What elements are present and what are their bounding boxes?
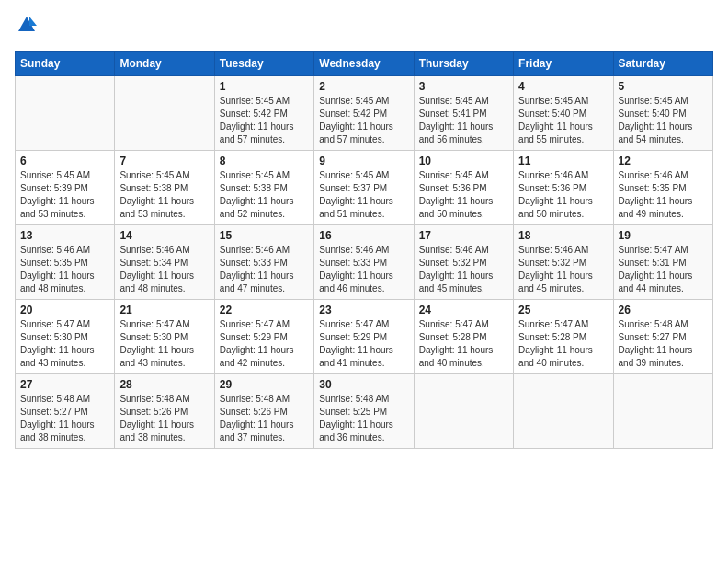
calendar-cell: 24Sunrise: 5:47 AM Sunset: 5:28 PM Dayli… [414,300,513,374]
day-detail: Sunrise: 5:48 AM Sunset: 5:26 PM Dayligh… [119,393,209,444]
day-of-week-header: Thursday [414,52,513,76]
day-number: 10 [419,155,508,167]
calendar-cell: 9Sunrise: 5:45 AM Sunset: 5:37 PM Daylig… [314,151,414,225]
calendar-cell: 4Sunrise: 5:45 AM Sunset: 5:40 PM Daylig… [514,76,613,151]
calendar-cell: 14Sunrise: 5:46 AM Sunset: 5:34 PM Dayli… [115,225,214,300]
day-detail: Sunrise: 5:47 AM Sunset: 5:30 PM Dayligh… [119,318,209,370]
day-number: 23 [319,304,408,316]
calendar-week-row: 6Sunrise: 5:45 AM Sunset: 5:39 PM Daylig… [16,151,713,225]
calendar-cell: 19Sunrise: 5:47 AM Sunset: 5:31 PM Dayli… [613,225,712,300]
calendar-cell [115,76,214,151]
day-detail: Sunrise: 5:48 AM Sunset: 5:26 PM Dayligh… [220,393,309,444]
day-number: 13 [20,229,109,242]
day-number: 18 [518,229,608,242]
calendar-cell: 30Sunrise: 5:48 AM Sunset: 5:25 PM Dayli… [314,374,414,449]
calendar-cell [16,76,115,151]
day-detail: Sunrise: 5:45 AM Sunset: 5:42 PM Dayligh… [220,95,309,146]
day-number: 22 [220,304,309,316]
day-detail: Sunrise: 5:46 AM Sunset: 5:33 PM Dayligh… [319,244,408,295]
day-number: 17 [419,229,508,242]
logo [15,15,37,40]
day-number: 1 [220,80,309,93]
calendar-table: SundayMondayTuesdayWednesdayThursdayFrid… [15,51,713,449]
day-of-week-header: Friday [514,52,613,76]
calendar-cell: 16Sunrise: 5:46 AM Sunset: 5:33 PM Dayli… [314,225,414,300]
calendar-cell [613,374,712,449]
day-number: 28 [119,378,209,391]
day-number: 30 [319,378,408,391]
day-of-week-header: Monday [115,52,214,76]
day-detail: Sunrise: 5:47 AM Sunset: 5:28 PM Dayligh… [419,318,508,370]
day-number: 24 [419,304,508,316]
day-detail: Sunrise: 5:47 AM Sunset: 5:29 PM Dayligh… [319,318,408,370]
svg-marker-1 [29,17,37,26]
day-detail: Sunrise: 5:47 AM Sunset: 5:31 PM Dayligh… [619,244,708,295]
day-number: 26 [619,304,708,316]
day-detail: Sunrise: 5:48 AM Sunset: 5:27 PM Dayligh… [20,393,109,444]
day-of-week-header: Sunday [16,52,115,76]
day-detail: Sunrise: 5:46 AM Sunset: 5:34 PM Dayligh… [119,244,209,295]
calendar-week-row: 13Sunrise: 5:46 AM Sunset: 5:35 PM Dayli… [16,225,713,300]
day-number: 12 [619,155,708,167]
day-detail: Sunrise: 5:46 AM Sunset: 5:35 PM Dayligh… [20,244,109,295]
day-number: 7 [119,155,209,167]
day-detail: Sunrise: 5:45 AM Sunset: 5:38 PM Dayligh… [119,169,209,221]
calendar-cell: 3Sunrise: 5:45 AM Sunset: 5:41 PM Daylig… [414,76,513,151]
day-number: 25 [518,304,608,316]
day-detail: Sunrise: 5:45 AM Sunset: 5:40 PM Dayligh… [518,95,608,146]
calendar-cell: 7Sunrise: 5:45 AM Sunset: 5:38 PM Daylig… [115,151,214,225]
day-number: 6 [20,155,109,167]
day-detail: Sunrise: 5:46 AM Sunset: 5:36 PM Dayligh… [518,169,608,221]
day-of-week-header: Wednesday [314,52,414,76]
day-number: 19 [619,229,708,242]
day-detail: Sunrise: 5:46 AM Sunset: 5:35 PM Dayligh… [619,169,708,221]
day-number: 8 [220,155,309,167]
day-number: 4 [518,80,608,93]
calendar-cell: 21Sunrise: 5:47 AM Sunset: 5:30 PM Dayli… [115,300,214,374]
calendar-cell: 6Sunrise: 5:45 AM Sunset: 5:39 PM Daylig… [16,151,115,225]
day-number: 15 [220,229,309,242]
day-number: 27 [20,378,109,391]
calendar-week-row: 20Sunrise: 5:47 AM Sunset: 5:30 PM Dayli… [16,300,713,374]
day-detail: Sunrise: 5:47 AM Sunset: 5:29 PM Dayligh… [220,318,309,370]
calendar-cell: 17Sunrise: 5:46 AM Sunset: 5:32 PM Dayli… [414,225,513,300]
logo-icon [17,15,37,35]
calendar-cell: 2Sunrise: 5:45 AM Sunset: 5:42 PM Daylig… [314,76,414,151]
day-detail: Sunrise: 5:46 AM Sunset: 5:32 PM Dayligh… [518,244,608,295]
day-detail: Sunrise: 5:48 AM Sunset: 5:27 PM Dayligh… [619,318,708,370]
logo-text [15,15,37,40]
day-of-week-header: Tuesday [214,52,313,76]
calendar-cell: 25Sunrise: 5:47 AM Sunset: 5:28 PM Dayli… [514,300,613,374]
calendar-cell: 13Sunrise: 5:46 AM Sunset: 5:35 PM Dayli… [16,225,115,300]
calendar-cell: 11Sunrise: 5:46 AM Sunset: 5:36 PM Dayli… [514,151,613,225]
day-number: 5 [619,80,708,93]
calendar-cell [514,374,613,449]
day-detail: Sunrise: 5:47 AM Sunset: 5:30 PM Dayligh… [20,318,109,370]
calendar-cell: 22Sunrise: 5:47 AM Sunset: 5:29 PM Dayli… [214,300,313,374]
day-number: 16 [319,229,408,242]
calendar-cell: 29Sunrise: 5:48 AM Sunset: 5:26 PM Dayli… [214,374,313,449]
calendar-cell: 8Sunrise: 5:45 AM Sunset: 5:38 PM Daylig… [214,151,313,225]
day-detail: Sunrise: 5:45 AM Sunset: 5:36 PM Dayligh… [419,169,508,221]
calendar-cell: 20Sunrise: 5:47 AM Sunset: 5:30 PM Dayli… [16,300,115,374]
calendar-cell: 12Sunrise: 5:46 AM Sunset: 5:35 PM Dayli… [613,151,712,225]
day-number: 3 [419,80,508,93]
day-number: 11 [518,155,608,167]
calendar-cell: 5Sunrise: 5:45 AM Sunset: 5:40 PM Daylig… [613,76,712,151]
day-detail: Sunrise: 5:46 AM Sunset: 5:32 PM Dayligh… [419,244,508,295]
day-number: 21 [119,304,209,316]
day-of-week-header: Saturday [613,52,712,76]
day-detail: Sunrise: 5:45 AM Sunset: 5:41 PM Dayligh… [419,95,508,146]
header [15,15,713,40]
day-detail: Sunrise: 5:48 AM Sunset: 5:25 PM Dayligh… [319,393,408,444]
day-detail: Sunrise: 5:45 AM Sunset: 5:38 PM Dayligh… [220,169,309,221]
day-detail: Sunrise: 5:45 AM Sunset: 5:40 PM Dayligh… [619,95,708,146]
day-number: 14 [119,229,209,242]
day-detail: Sunrise: 5:45 AM Sunset: 5:42 PM Dayligh… [319,95,408,146]
calendar-cell: 26Sunrise: 5:48 AM Sunset: 5:27 PM Dayli… [613,300,712,374]
calendar-cell: 27Sunrise: 5:48 AM Sunset: 5:27 PM Dayli… [16,374,115,449]
day-detail: Sunrise: 5:46 AM Sunset: 5:33 PM Dayligh… [220,244,309,295]
day-number: 9 [319,155,408,167]
day-detail: Sunrise: 5:45 AM Sunset: 5:39 PM Dayligh… [20,169,109,221]
day-number: 2 [319,80,408,93]
